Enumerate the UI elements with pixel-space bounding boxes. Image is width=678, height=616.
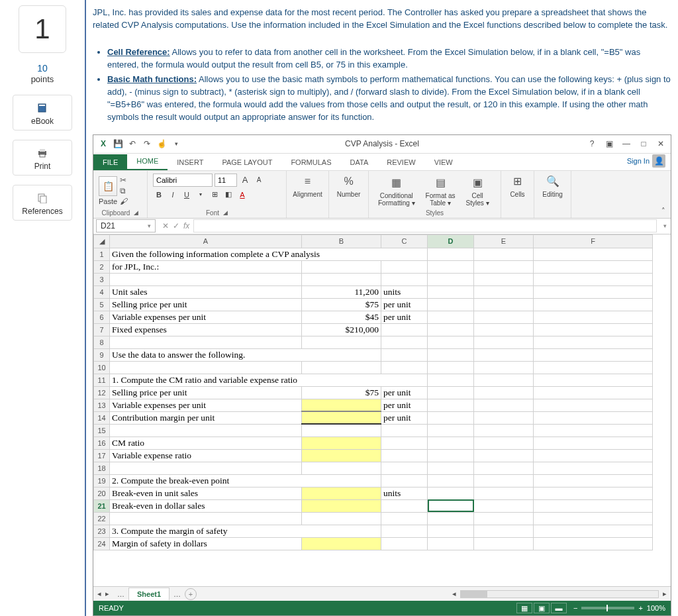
- cell-D21[interactable]: [428, 499, 474, 512]
- cell-A21[interactable]: Break-even in dollar sales: [110, 499, 302, 512]
- cell-styles-button[interactable]: ▣CellStyles ▾: [462, 175, 493, 207]
- tab-review[interactable]: REVIEW: [377, 154, 424, 170]
- fx-icon[interactable]: fx: [183, 221, 189, 231]
- expand-formula-bar-icon[interactable]: ▾: [659, 223, 671, 229]
- cell-C4[interactable]: units: [381, 285, 428, 298]
- redo-icon[interactable]: ↷: [141, 138, 153, 150]
- cell-A20[interactable]: Break-even in unit sales: [110, 487, 302, 499]
- name-box[interactable]: D21▾: [96, 219, 156, 232]
- tab-nav-more-icon[interactable]: …: [113, 590, 128, 598]
- cell-A11[interactable]: 1. Compute the CM ratio and variable exp…: [110, 374, 428, 386]
- cell-A9[interactable]: Use the data to answer the following.: [110, 348, 381, 361]
- row-1[interactable]: 1: [94, 248, 110, 260]
- zoom-slider[interactable]: [581, 607, 634, 609]
- cell-C12[interactable]: per unit: [381, 386, 428, 399]
- cell-A12[interactable]: Selling price per unit: [110, 386, 302, 399]
- cell-A13[interactable]: Variable expenses per unit: [110, 399, 302, 411]
- bold-button[interactable]: B: [153, 189, 165, 201]
- tab-formulas[interactable]: FORMULAS: [281, 154, 340, 170]
- save-icon[interactable]: 💾: [112, 138, 124, 150]
- tab-nav-next-icon[interactable]: ▸: [105, 590, 109, 598]
- cell-B14[interactable]: [302, 411, 381, 424]
- cell-A14[interactable]: Contribution margin per unit: [110, 411, 302, 424]
- add-sheet-icon[interactable]: +: [185, 588, 197, 600]
- spreadsheet[interactable]: ◢ A B C D E F 1Given the following infor…: [93, 234, 671, 586]
- sheet-tab[interactable]: Sheet1: [128, 588, 170, 600]
- cell-A6[interactable]: Variable expenses per unit: [110, 311, 302, 323]
- qat-more-icon[interactable]: ▾: [170, 138, 182, 150]
- cell-B13[interactable]: [302, 399, 381, 411]
- cancel-formula-icon[interactable]: ✕: [162, 221, 169, 231]
- cell-A4[interactable]: Unit sales: [110, 285, 302, 298]
- cell-A1[interactable]: Given the following information complete…: [110, 248, 428, 260]
- ebook-button[interactable]: eBook: [13, 95, 72, 130]
- sign-in[interactable]: Sign In👤: [622, 152, 671, 170]
- cell-C20[interactable]: units: [381, 487, 428, 499]
- clipboard-launcher-icon[interactable]: ◢: [134, 209, 138, 217]
- decrease-font-icon[interactable]: A: [253, 174, 265, 186]
- cell-B5[interactable]: $75: [302, 298, 381, 311]
- view-page-layout-icon[interactable]: ▣: [534, 603, 550, 613]
- cell-B20[interactable]: [302, 487, 381, 499]
- touch-icon[interactable]: ☝: [156, 138, 168, 150]
- font-name-select[interactable]: [153, 174, 213, 187]
- font-size-select[interactable]: [215, 174, 237, 187]
- format-as-table-button[interactable]: ▤Format asTable ▾: [422, 175, 460, 207]
- name-box-dropdown-icon[interactable]: ▾: [148, 223, 151, 229]
- cell-C14[interactable]: per unit: [381, 411, 428, 424]
- tab-page-layout[interactable]: PAGE LAYOUT: [213, 154, 281, 170]
- border-button[interactable]: ⊞: [209, 189, 220, 201]
- col-C[interactable]: C: [381, 234, 428, 248]
- cell-C5[interactable]: per unit: [381, 298, 428, 311]
- tab-insert[interactable]: INSERT: [168, 154, 213, 170]
- ribbon-options-icon[interactable]: ▣: [603, 139, 615, 148]
- formula-input[interactable]: [193, 219, 657, 232]
- cell-A17[interactable]: Variable expense ratio: [110, 449, 302, 462]
- copy-icon-r[interactable]: ⧉: [120, 186, 128, 195]
- font-color-button[interactable]: A: [236, 189, 248, 201]
- format-painter-icon[interactable]: 🖌: [120, 197, 128, 206]
- view-normal-icon[interactable]: ▦: [516, 603, 532, 613]
- tab-data[interactable]: DATA: [341, 154, 378, 170]
- alignment-button[interactable]: ≡Alignment: [292, 174, 323, 198]
- cell-A19[interactable]: 2. Compute the break-even point: [110, 474, 381, 487]
- col-D[interactable]: D: [428, 234, 474, 248]
- collapse-ribbon-icon[interactable]: ˄: [656, 204, 671, 218]
- font-launcher-icon[interactable]: ◢: [223, 209, 228, 217]
- cell-A7[interactable]: Fixed expenses: [110, 323, 302, 336]
- cell-A23[interactable]: 3. Compute the margin of safety: [110, 525, 381, 537]
- cell-C6[interactable]: per unit: [381, 311, 428, 323]
- cell-A2[interactable]: for JPL, Inc.:: [110, 260, 302, 273]
- underline-button[interactable]: U: [181, 189, 193, 201]
- underline-more-icon[interactable]: ▾: [195, 189, 207, 201]
- fill-color-button[interactable]: ◧: [222, 189, 234, 201]
- cell-B4[interactable]: 11,200: [302, 285, 381, 298]
- tab-nav-prev-icon[interactable]: ◂: [97, 590, 101, 598]
- undo-icon[interactable]: ↶: [126, 138, 138, 150]
- cell-B12[interactable]: $75: [302, 386, 381, 399]
- cell-B21[interactable]: [302, 499, 381, 512]
- cell-A16[interactable]: CM ratio: [110, 436, 302, 449]
- col-F[interactable]: F: [534, 234, 653, 248]
- cell-B16[interactable]: [302, 436, 381, 449]
- minimize-icon[interactable]: —: [620, 139, 632, 148]
- increase-font-icon[interactable]: A: [239, 174, 251, 186]
- cells-button[interactable]: ⊞Cells: [507, 174, 528, 198]
- italic-button[interactable]: I: [167, 189, 179, 201]
- cell-B24[interactable]: [302, 537, 381, 550]
- hscroll-left-icon[interactable]: ◂: [452, 590, 456, 598]
- col-B[interactable]: B: [302, 234, 381, 248]
- select-all[interactable]: ◢: [94, 234, 110, 248]
- cell-A5[interactable]: Selling price per unit: [110, 298, 302, 311]
- zoom-in-icon[interactable]: +: [638, 604, 642, 612]
- help-icon[interactable]: ?: [586, 139, 598, 148]
- tab-view[interactable]: VIEW: [425, 154, 462, 170]
- references-button[interactable]: References: [13, 185, 72, 221]
- cell-B7[interactable]: $210,000: [302, 323, 381, 336]
- paste-button[interactable]: 📋 Paste: [99, 176, 117, 205]
- close-icon[interactable]: ✕: [655, 139, 667, 148]
- cell-B6[interactable]: $45: [302, 311, 381, 323]
- maximize-icon[interactable]: □: [638, 139, 650, 148]
- col-E[interactable]: E: [474, 234, 534, 248]
- tab-file[interactable]: FILE: [93, 154, 127, 170]
